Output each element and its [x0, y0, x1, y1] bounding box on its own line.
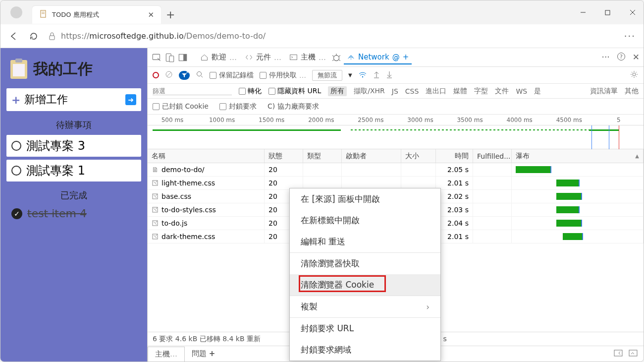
- filter-import[interactable]: 進出口: [426, 87, 446, 96]
- cookie-filter-bar: 已封鎖 Cookie 封鎖要求 C) 協力廠商要求: [148, 99, 644, 115]
- menu-clear-cookies[interactable]: 清除瀏覽器 Cookie: [290, 274, 440, 296]
- more-tools-icon[interactable]: ···: [602, 52, 610, 63]
- menu-block-url[interactable]: 封鎖要求 URL: [290, 318, 440, 339]
- upload-icon[interactable]: [373, 70, 380, 80]
- todo-item[interactable]: 測試專案 1: [6, 160, 141, 181]
- drawer-dock-icon[interactable]: [629, 350, 638, 359]
- context-menu: 在 [來源] 面板中開啟 在新標籤中開啟 編輯和 重送 清除瀏覽器快取 清除瀏覽…: [289, 188, 441, 361]
- tab-network[interactable]: Network @ +: [344, 51, 412, 64]
- dock-icon[interactable]: [177, 52, 188, 63]
- settings-gear-icon[interactable]: [630, 70, 639, 80]
- profile-avatar[interactable]: [10, 6, 22, 18]
- window-maximize-icon[interactable]: [596, 4, 619, 20]
- tab-close-icon[interactable]: ✕: [148, 10, 154, 19]
- svg-rect-7: [50, 36, 54, 40]
- settings-menu-icon[interactable]: ···: [624, 31, 636, 41]
- section-todo: 待辦事項: [3, 119, 144, 131]
- unchecked-icon[interactable]: [11, 166, 21, 176]
- col-name[interactable]: 名稱: [148, 149, 265, 163]
- svg-line-21: [201, 76, 203, 77]
- address-bar[interactable]: https://microsoftedge.github.io/Demos/de…: [48, 31, 615, 41]
- plus-icon: +: [11, 94, 20, 106]
- filter-bar: 轉化 隱藏資料 URL 所有 擷取/XHR JS CSS 進出口 媒體 字型 文…: [148, 84, 644, 99]
- col-time[interactable]: 時間: [436, 149, 473, 163]
- clipboard-icon: [10, 60, 27, 79]
- filter-toggle-icon[interactable]: [179, 71, 190, 80]
- download-icon[interactable]: [386, 70, 393, 80]
- col-initiator[interactable]: 啟動者: [342, 149, 401, 163]
- todo-item[interactable]: 測試專案 3: [6, 135, 141, 157]
- svg-rect-1: [42, 12, 45, 12]
- col-type[interactable]: 類型: [303, 149, 342, 163]
- drawer-tab-console[interactable]: 主機…: [148, 347, 185, 362]
- device-toggle-icon[interactable]: [164, 52, 175, 63]
- refresh-button[interactable]: [28, 31, 39, 42]
- tab-welcome[interactable]: 歡迎…: [197, 51, 240, 64]
- filter-manifest[interactable]: 資訊清單: [590, 87, 618, 96]
- checked-icon[interactable]: ✓: [11, 208, 22, 219]
- svg-point-22: [362, 76, 363, 77]
- submit-arrow-icon[interactable]: ➜: [125, 94, 136, 105]
- col-waterfall[interactable]: 瀑布▲: [512, 149, 644, 163]
- inspect-icon[interactable]: [152, 52, 162, 63]
- titlebar: TODO 應用程式 ✕ +: [0, 0, 644, 24]
- filter-js[interactable]: JS: [392, 87, 398, 95]
- tab-console[interactable]: 主機…: [286, 51, 329, 64]
- unchecked-icon[interactable]: [11, 141, 21, 151]
- filter-other[interactable]: 其他: [625, 87, 639, 96]
- svg-point-15: [351, 59, 352, 60]
- todo-app: 我的工作 + 新增工作 ➜ 待辦事項 測試專案 3 測試專案 1 已完成 ✓te…: [0, 48, 147, 362]
- timeline[interactable]: 500 ms1000 ms1500 ms2000 ms2500 ms3000 m…: [148, 115, 644, 149]
- table-row[interactable]: 🗎demo-to-do/202.05 s: [148, 163, 644, 177]
- new-tab-button[interactable]: +: [166, 8, 175, 21]
- throttle-select[interactable]: 無節流: [312, 70, 342, 81]
- menu-open-in-tab[interactable]: 在新標籤中開啟: [290, 210, 440, 231]
- drawer-open-icon[interactable]: [614, 350, 623, 359]
- disable-cache-checkbox[interactable]: 停用快取…: [260, 71, 306, 80]
- svg-rect-31: [614, 350, 622, 356]
- filter-wasm[interactable]: 是: [534, 87, 541, 96]
- record-icon[interactable]: [153, 72, 159, 78]
- filter-fetch[interactable]: 擷取/XHR: [354, 87, 385, 96]
- online-icon[interactable]: [358, 71, 367, 79]
- search-icon[interactable]: [196, 70, 204, 80]
- filter-doc[interactable]: 文件: [495, 87, 509, 96]
- file-icon: [152, 206, 159, 213]
- clear-icon[interactable]: [165, 70, 173, 80]
- add-task-input[interactable]: + 新增工作 ➜: [6, 88, 141, 111]
- bug-icon[interactable]: [331, 52, 342, 63]
- svg-text:?: ?: [620, 54, 623, 60]
- invert-checkbox[interactable]: 轉化: [239, 87, 262, 96]
- back-button[interactable]: [8, 31, 19, 42]
- svg-line-19: [167, 72, 171, 76]
- menu-copy[interactable]: 複製›: [290, 296, 440, 317]
- filter-ws[interactable]: WS: [516, 87, 527, 95]
- tab-elements[interactable]: 元件…: [242, 51, 284, 64]
- window-minimize-icon[interactable]: [572, 4, 594, 20]
- drawer-tab-issues[interactable]: 問題 +: [185, 347, 222, 361]
- filter-input[interactable]: [153, 87, 232, 95]
- browser-toolbar: https://microsoftedge.github.io/Demos/de…: [0, 24, 644, 48]
- blocked-req-checkbox[interactable]: 封鎖要求: [219, 102, 257, 111]
- menu-block-domain[interactable]: 封鎖要求網域: [290, 339, 440, 361]
- menu-open-in-sources[interactable]: 在 [來源] 面板中開啟: [290, 188, 440, 210]
- filter-all[interactable]: 所有: [328, 86, 347, 96]
- menu-clear-cache[interactable]: 清除瀏覽器快取: [290, 253, 440, 274]
- filter-font[interactable]: 字型: [474, 87, 488, 96]
- help-icon[interactable]: ?: [617, 52, 626, 63]
- browser-tab[interactable]: TODO 應用程式 ✕: [32, 6, 161, 24]
- menu-edit-resend[interactable]: 編輯和 重送: [290, 231, 440, 252]
- window-close-icon[interactable]: [621, 4, 644, 20]
- col-status[interactable]: 狀態: [265, 149, 303, 163]
- filter-media[interactable]: 媒體: [453, 87, 467, 96]
- done-item[interactable]: ✓test item 4: [6, 205, 141, 222]
- blocked-cookie-checkbox[interactable]: 已封鎖 Cookie: [153, 102, 209, 111]
- file-icon: [152, 193, 159, 200]
- close-devtools-icon[interactable]: ✕: [633, 52, 640, 63]
- col-fulfilled[interactable]: Fulfilled...: [473, 149, 512, 163]
- preserve-log-checkbox[interactable]: 保留記錄檔: [210, 71, 254, 80]
- svg-rect-4: [605, 10, 610, 15]
- hide-dataurl-checkbox[interactable]: 隱藏資料 URL: [268, 87, 321, 96]
- col-size[interactable]: 大小: [401, 149, 436, 163]
- filter-css[interactable]: CSS: [405, 87, 419, 95]
